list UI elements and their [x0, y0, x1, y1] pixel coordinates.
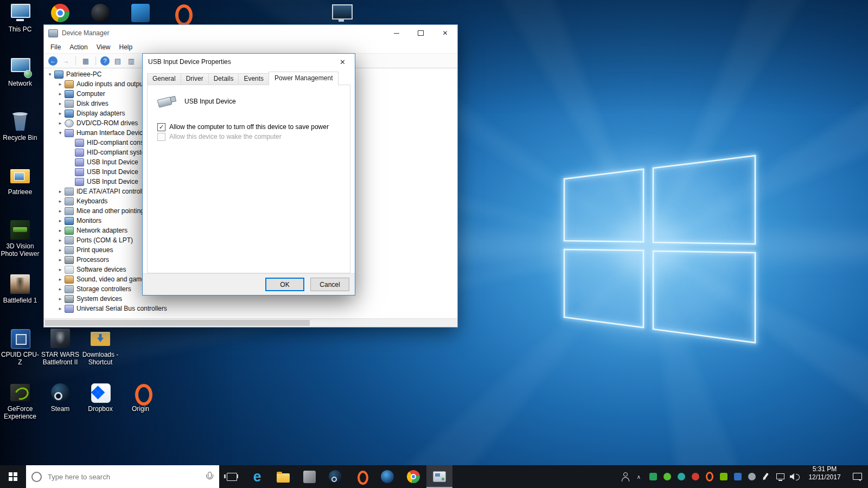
taskbar-app-battle-net[interactable]	[374, 465, 400, 488]
tree-expander-icon[interactable]: ▸	[56, 277, 64, 282]
tray-red-icon[interactable]	[688, 465, 702, 488]
taskbar-search[interactable]	[26, 465, 219, 488]
desktop-icon-star-wars-battlefront-ii[interactable]: STAR WARS Battlefront II	[40, 328, 80, 380]
windows-ink-pen-icon[interactable]	[759, 465, 773, 488]
tray-green-square-icon[interactable]	[646, 465, 660, 488]
bf1-icon	[7, 273, 33, 295]
search-input[interactable]	[47, 472, 200, 481]
taskbar-app-game[interactable]	[296, 465, 322, 488]
tree-expander-icon[interactable]: ▸	[56, 286, 64, 292]
tree-expander-icon[interactable]: ▸	[56, 111, 64, 116]
tray-origin-icon[interactable]	[703, 465, 716, 488]
tree-expander-icon[interactable]: ▸	[56, 237, 64, 243]
taskbar-app-origin[interactable]	[348, 465, 374, 488]
desktop-icon-geforce-experience[interactable]: GeForce Experience	[0, 382, 40, 434]
tray-teal-icon[interactable]	[674, 465, 688, 488]
forward-icon[interactable]: →	[60, 55, 71, 66]
tab-driver[interactable]: Driver	[181, 73, 209, 85]
desktop-icon-origin[interactable]: Origin	[120, 382, 161, 434]
tree-expander-icon[interactable]: ▸	[56, 120, 64, 126]
taskbar-app-device-manager[interactable]	[426, 465, 452, 488]
software-device-icon	[65, 266, 74, 274]
menu-help[interactable]: Help	[115, 42, 137, 52]
desktop-icon-patrieee[interactable]: Patrieee	[0, 165, 40, 217]
tree-expander-icon[interactable]: ▸	[56, 198, 64, 204]
desktop-icon-recycle-bin[interactable]: Recycle Bin	[0, 111, 40, 163]
desktop-icon-network[interactable]: Network	[0, 56, 40, 108]
tray-blue-icon[interactable]	[731, 465, 744, 488]
tab-details[interactable]: Details	[208, 73, 239, 85]
tree-expander-icon[interactable]: ▸	[56, 296, 64, 301]
close-button[interactable]: ✕	[433, 25, 457, 41]
tree-expander-icon[interactable]: ▾	[46, 72, 54, 77]
tree-expander-icon[interactable]: ▸	[56, 81, 64, 87]
menu-action[interactable]: Action	[65, 42, 92, 52]
device-manager-icon	[433, 471, 446, 482]
help-icon[interactable]: ?	[100, 56, 110, 66]
taskbar-app-chrome[interactable]	[400, 465, 426, 488]
taskbar-app-steam[interactable]	[322, 465, 348, 488]
tray-nvidia-icon[interactable]	[717, 465, 730, 488]
tree-expander-icon[interactable]: ▸	[56, 208, 64, 214]
allow-turn-off-checkbox[interactable]: ✓ Allow the computer to turn off this de…	[157, 123, 329, 131]
desktop-icon-3d-vision-photo-viewer[interactable]: 3D Vision Photo Viewer	[0, 219, 40, 271]
tray-gray-icon[interactable]	[745, 465, 758, 488]
menu-file[interactable]: File	[46, 42, 65, 52]
dialog-titlebar[interactable]: USB Input Device Properties ✕	[143, 54, 355, 70]
network-icon[interactable]	[773, 465, 787, 488]
checkbox-box[interactable]: ✓	[157, 123, 165, 131]
menu-view[interactable]: View	[92, 42, 115, 52]
microphone-icon[interactable]	[205, 471, 214, 482]
hidden-icons-chevron[interactable]: ∧	[632, 465, 646, 488]
window-titlebar[interactable]: Device Manager ✕	[44, 25, 457, 41]
maximize-button[interactable]	[409, 25, 433, 41]
taskbar-clock[interactable]: 5:31 PM 12/11/2017	[803, 465, 846, 488]
scrollbar-thumb[interactable]	[45, 320, 310, 326]
tree-item[interactable]: ▸ Universal Serial Bus controllers	[44, 304, 457, 313]
tray-green-circle-icon[interactable]	[660, 465, 674, 488]
properties-icon[interactable]: ▤	[112, 55, 123, 66]
people-icon[interactable]	[618, 465, 631, 488]
tree-expander-icon[interactable]: ▸	[56, 218, 64, 223]
tab-general[interactable]: General	[147, 73, 181, 85]
action-center-button[interactable]	[846, 465, 868, 488]
taskbar-app-file-explorer[interactable]	[270, 465, 296, 488]
desktop-icon-dropbox[interactable]: Dropbox	[80, 382, 120, 434]
task-view-button[interactable]	[219, 465, 244, 488]
tree-item-label: Patrieee-PC	[66, 70, 105, 78]
minimize-button[interactable]	[384, 25, 409, 41]
tree-expander-icon[interactable]: ▸	[56, 257, 64, 262]
cpuz-icon	[7, 328, 33, 349]
back-icon[interactable]: ←	[48, 56, 58, 66]
scan-hardware-icon[interactable]: ▥	[126, 55, 137, 66]
tree-expander-icon[interactable]: ▸	[56, 101, 64, 106]
tree-expander-icon[interactable]: ▸	[56, 247, 64, 253]
edge-icon: e	[250, 470, 264, 484]
tree-expander-icon[interactable]: ▸	[56, 228, 64, 233]
tab-events[interactable]: Events	[238, 73, 269, 85]
tree-expander-icon[interactable]: ▸	[56, 267, 64, 272]
dialog-close-button[interactable]: ✕	[330, 54, 355, 70]
clock-date: 12/11/2017	[804, 473, 845, 481]
start-button[interactable]	[0, 465, 26, 488]
tab-power-management[interactable]: Power Management	[269, 72, 339, 86]
tree-expander-icon[interactable]: ▾	[56, 130, 64, 136]
taskbar-app-edge[interactable]: e	[244, 465, 270, 488]
cancel-button[interactable]: Cancel	[310, 278, 349, 291]
task-view-icon	[227, 473, 237, 481]
tree-expander-icon[interactable]: ▸	[56, 91, 64, 97]
tree-expander-icon[interactable]: ▸	[56, 306, 64, 311]
file-explorer-icon	[277, 473, 290, 483]
tree-expander-icon[interactable]: ▸	[56, 189, 64, 194]
desktop-icon-downloads-shortcut[interactable]: Downloads - Shortcut	[80, 328, 120, 380]
desktop-icon-steam[interactable]: Steam	[40, 382, 80, 434]
desktop-icon-this-pc[interactable]: This PC	[0, 2, 40, 54]
desktop-icon-battlefield-1[interactable]: Battlefield 1	[0, 273, 40, 325]
network-device-icon	[65, 227, 74, 235]
power-management-page: USB Input Device ✓ Allow the computer to…	[147, 85, 350, 273]
desktop-icon-cpuid-cpu-z[interactable]: CPUID CPU-Z	[0, 328, 40, 380]
ok-button[interactable]: OK	[265, 278, 304, 291]
console-tree-icon[interactable]: ▦	[80, 55, 91, 66]
volume-icon[interactable]	[787, 465, 801, 488]
horizontal-scrollbar[interactable]	[44, 318, 457, 327]
